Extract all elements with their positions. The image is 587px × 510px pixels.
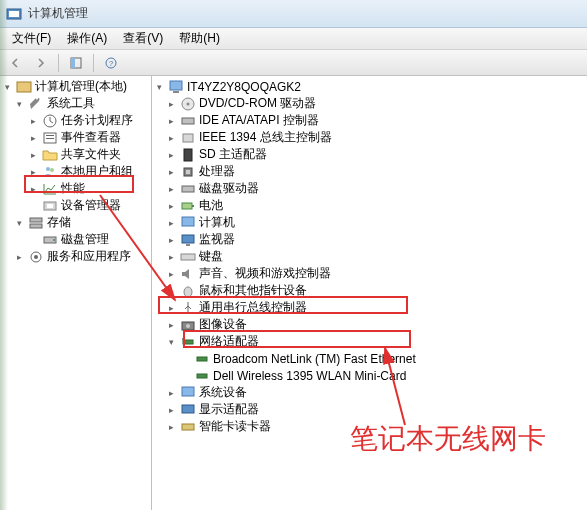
svg-rect-3 xyxy=(71,58,75,68)
expander-icon[interactable]: ▾ xyxy=(14,217,25,228)
expander-icon[interactable]: ▾ xyxy=(14,98,25,109)
node-computer-root[interactable]: ▾ IT4YZ2Y8QOQAGK2 xyxy=(152,78,587,95)
node-display[interactable]: ▸显示适配器 xyxy=(152,401,587,418)
expander-icon[interactable]: ▸ xyxy=(166,200,177,211)
node-smartcard[interactable]: ▸智能卡读卡器 xyxy=(152,418,587,435)
node-sound[interactable]: ▸声音、视频和游戏控制器 xyxy=(152,265,587,282)
node-dell-wireless[interactable]: ▸Dell Wireless 1395 WLAN Mini-Card xyxy=(152,367,587,384)
disk-icon xyxy=(180,181,196,197)
expander-icon[interactable]: ▸ xyxy=(166,183,177,194)
expander-icon[interactable]: ▸ xyxy=(166,166,177,177)
expander-icon[interactable]: ▸ xyxy=(166,234,177,245)
mouse-icon xyxy=(180,283,196,299)
node-sd[interactable]: ▸SD 主适配器 xyxy=(152,146,587,163)
expander-icon[interactable]: ▸ xyxy=(166,404,177,415)
node-device-manager[interactable]: ▸ 设备管理器 xyxy=(0,197,151,214)
svg-point-20 xyxy=(34,255,38,259)
svg-rect-36 xyxy=(181,254,195,260)
tb-forward[interactable] xyxy=(30,53,52,73)
svg-rect-43 xyxy=(197,374,207,378)
menu-view[interactable]: 查看(V) xyxy=(115,28,171,49)
expander-icon[interactable]: ▸ xyxy=(166,421,177,432)
svg-point-18 xyxy=(53,239,55,241)
expander-icon[interactable]: ▸ xyxy=(166,268,177,279)
node-system[interactable]: ▸系统设备 xyxy=(152,384,587,401)
tb-help[interactable]: ? xyxy=(100,53,122,73)
expander-icon[interactable]: ▸ xyxy=(166,149,177,160)
smartcard-icon xyxy=(180,419,196,435)
menu-file[interactable]: 文件(F) xyxy=(4,28,59,49)
node-computer-management[interactable]: ▾ 计算机管理(本地) xyxy=(0,78,151,95)
expander-icon[interactable]: ▸ xyxy=(28,166,39,177)
expander-icon[interactable]: ▸ xyxy=(166,285,177,296)
node-dvd[interactable]: ▸DVD/CD-ROM 驱动器 xyxy=(152,95,587,112)
expander-icon[interactable]: ▸ xyxy=(28,115,39,126)
svg-rect-10 xyxy=(46,138,54,139)
computer-icon xyxy=(180,215,196,231)
svg-rect-6 xyxy=(17,82,31,92)
expander-icon[interactable]: ▾ xyxy=(166,336,177,347)
svg-rect-40 xyxy=(183,340,193,344)
expander-icon[interactable]: ▾ xyxy=(154,81,165,92)
dvd-icon xyxy=(180,96,196,112)
chart-icon xyxy=(42,181,58,197)
svg-point-12 xyxy=(50,168,54,172)
right-tree-panel: ▾ IT4YZ2Y8QOQAGK2 ▸DVD/CD-ROM 驱动器 ▸IDE A… xyxy=(152,76,587,510)
expander-icon[interactable]: ▸ xyxy=(14,251,25,262)
expander-icon[interactable]: ▸ xyxy=(166,115,177,126)
svg-rect-29 xyxy=(186,170,190,174)
node-imaging[interactable]: ▸图像设备 xyxy=(152,316,587,333)
node-services[interactable]: ▸ 服务和应用程序 xyxy=(0,248,151,265)
expander-icon[interactable]: ▸ xyxy=(166,302,177,313)
svg-rect-21 xyxy=(170,81,182,90)
expander-icon[interactable]: ▸ xyxy=(166,251,177,262)
node-monitor[interactable]: ▸监视器 xyxy=(152,231,587,248)
node-performance[interactable]: ▸ 性能 xyxy=(0,180,151,197)
svg-rect-26 xyxy=(183,134,193,142)
menu-action[interactable]: 操作(A) xyxy=(59,28,115,49)
node-task-scheduler[interactable]: ▸ 任务计划程序 xyxy=(0,112,151,129)
usb-icon xyxy=(180,300,196,316)
node-cpu[interactable]: ▸处理器 xyxy=(152,163,587,180)
nic-icon xyxy=(194,368,210,384)
node-shared-folders[interactable]: ▸ 共享文件夹 xyxy=(0,146,151,163)
node-ide[interactable]: ▸IDE ATA/ATAPI 控制器 xyxy=(152,112,587,129)
node-diskdrive[interactable]: ▸磁盘驱动器 xyxy=(152,180,587,197)
expander-icon[interactable]: ▸ xyxy=(28,132,39,143)
svg-rect-34 xyxy=(182,235,194,243)
menu-help[interactable]: 帮助(H) xyxy=(171,28,228,49)
node-battery[interactable]: ▸电池 xyxy=(152,197,587,214)
expander-icon[interactable]: ▸ xyxy=(166,217,177,228)
node-storage[interactable]: ▾ 存储 xyxy=(0,214,151,231)
node-ieee[interactable]: ▸IEEE 1394 总线主控制器 xyxy=(152,129,587,146)
expander-icon[interactable]: ▸ xyxy=(166,319,177,330)
svg-rect-32 xyxy=(192,205,194,207)
node-event-viewer[interactable]: ▸ 事件查看器 xyxy=(0,129,151,146)
sound-icon xyxy=(180,266,196,282)
node-computer2[interactable]: ▸计算机 xyxy=(152,214,587,231)
svg-rect-25 xyxy=(182,118,194,124)
svg-rect-1 xyxy=(9,11,19,17)
svg-rect-30 xyxy=(182,186,194,192)
node-system-tools[interactable]: ▾ 系统工具 xyxy=(0,95,151,112)
node-local-users[interactable]: ▸ 本地用户和组 xyxy=(0,163,151,180)
svg-rect-15 xyxy=(30,218,42,222)
wrench-icon xyxy=(28,96,44,112)
cpu-icon xyxy=(180,164,196,180)
ide-icon xyxy=(180,113,196,129)
svg-rect-31 xyxy=(182,203,192,209)
svg-rect-42 xyxy=(197,357,207,361)
node-usb[interactable]: ▸通用串行总线控制器 xyxy=(152,299,587,316)
node-disk-management[interactable]: ▸ 磁盘管理 xyxy=(0,231,151,248)
tb-show-hide[interactable] xyxy=(65,53,87,73)
node-broadcom[interactable]: ▸Broadcom NetLink (TM) Fast Ethernet xyxy=(152,350,587,367)
node-mouse[interactable]: ▸鼠标和其他指针设备 xyxy=(152,282,587,299)
expander-icon[interactable]: ▸ xyxy=(166,387,177,398)
node-network[interactable]: ▾网络适配器 xyxy=(152,333,587,350)
node-keyboard[interactable]: ▸键盘 xyxy=(152,248,587,265)
expander-icon[interactable]: ▸ xyxy=(166,98,177,109)
expander-icon[interactable]: ▸ xyxy=(166,132,177,143)
nic-icon xyxy=(194,351,210,367)
expander-icon[interactable]: ▸ xyxy=(28,183,39,194)
expander-icon[interactable]: ▸ xyxy=(28,149,39,160)
